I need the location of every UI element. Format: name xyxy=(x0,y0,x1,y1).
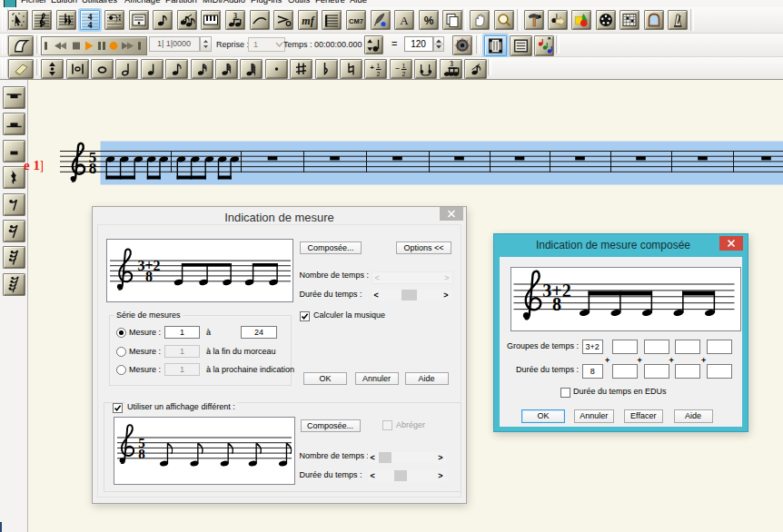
svg-text:2: 2 xyxy=(377,70,381,76)
svg-text:2: 2 xyxy=(401,70,405,76)
svg-text:8: 8 xyxy=(552,294,561,314)
svg-text:A: A xyxy=(400,14,409,27)
svg-text:1: 1 xyxy=(377,63,381,69)
svg-text:mf: mf xyxy=(302,14,314,26)
svg-text:8: 8 xyxy=(89,160,97,177)
svg-text:CM7: CM7 xyxy=(349,16,363,25)
svg-text:–: – xyxy=(395,63,400,71)
svg-text:+: + xyxy=(371,63,375,71)
svg-text:3: 3 xyxy=(450,60,453,68)
svg-text:%: % xyxy=(423,14,433,26)
svg-text:8: 8 xyxy=(145,268,153,283)
svg-text:8: 8 xyxy=(138,446,145,460)
svg-text:1: 1 xyxy=(401,63,405,69)
svg-text:4: 4 xyxy=(88,20,93,29)
